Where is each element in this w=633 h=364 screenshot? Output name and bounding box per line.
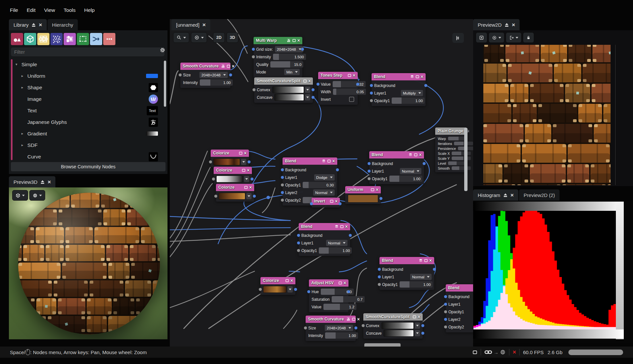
cube-icon[interactable]	[24, 33, 36, 45]
input-port[interactable]	[281, 183, 284, 186]
window-icon[interactable]	[340, 225, 344, 229]
gradient-dropdown[interactable]	[415, 322, 420, 329]
close-icon[interactable]: ×	[357, 317, 360, 322]
node-blend-3[interactable]: Blend×BackgroundLayer1NormalOpacity11.00	[369, 151, 424, 184]
window-icon[interactable]	[414, 153, 418, 157]
slider-Value[interactable]: 0.32	[333, 81, 366, 87]
input-port[interactable]	[368, 162, 371, 165]
dropdown-Layer1[interactable]: Normal	[326, 240, 347, 246]
node-smooth-curvature-split-1[interactable]: SmoothCurvatureSplit×ConvexConcave	[254, 77, 313, 103]
preview3d-environment-button[interactable]	[29, 190, 45, 201]
error-x-icon[interactable]: ×	[513, 349, 516, 356]
window-icon[interactable]	[244, 185, 248, 189]
gradient-dropdown[interactable]	[246, 193, 252, 199]
input-port[interactable]	[252, 55, 255, 58]
close-icon[interactable]: ×	[345, 224, 348, 229]
close-icon[interactable]: ×	[232, 64, 234, 69]
color-swatch[interactable]	[348, 195, 378, 203]
slider-Iterations[interactable]	[454, 142, 473, 145]
tree-item-japanese-glyphs[interactable]: Japanese Glyphs	[13, 116, 165, 128]
tab-hierarchy[interactable]: Hierarchy	[47, 19, 78, 30]
slider-Scale X[interactable]	[452, 152, 471, 155]
close-icon[interactable]: ×	[39, 22, 42, 28]
tree-item-simple[interactable]: ▾Simple	[13, 59, 165, 70]
bars-icon[interactable]	[287, 39, 291, 42]
dropdown-Grid size:[interactable]: 2048×2048	[275, 46, 303, 52]
slider-Opacity1[interactable]: 0.30	[303, 182, 336, 188]
output-port[interactable]	[354, 326, 357, 329]
slider-Intensity[interactable]: 1.00	[325, 332, 358, 339]
close-icon[interactable]: ×	[419, 153, 422, 157]
slider-Scale Y[interactable]	[452, 156, 471, 160]
window-icon[interactable]	[347, 73, 351, 77]
input-port[interactable]	[378, 275, 381, 278]
output-port[interactable]	[424, 84, 427, 87]
window-icon[interactable]	[415, 75, 419, 79]
window-icon[interactable]	[330, 199, 334, 203]
sliders-icon[interactable]	[64, 33, 76, 45]
chevron-right-icon[interactable]: ▸	[21, 74, 26, 78]
close-icon[interactable]: ×	[510, 192, 514, 198]
output-port[interactable]	[253, 195, 256, 198]
output-port[interactable]	[312, 88, 315, 91]
menu-help[interactable]: Help	[84, 7, 95, 13]
window-icon[interactable]	[327, 159, 331, 163]
tree-item-uniform[interactable]: ▸Uniform	[13, 70, 165, 82]
input-port[interactable]	[444, 310, 447, 313]
menu-tools[interactable]: Tools	[64, 7, 75, 13]
tab-preview2d-2[interactable]: Preview2D (2)	[519, 189, 559, 201]
tree-item-sdf[interactable]: ▸SDF	[13, 139, 165, 151]
clipped-node-header[interactable]	[364, 343, 401, 347]
menu-edit[interactable]: Edit	[27, 7, 36, 13]
input-port[interactable]	[304, 326, 307, 329]
slider-Opacity1[interactable]: 1.00	[389, 176, 422, 182]
tab-preview3d[interactable]: Preview3D ×	[9, 176, 55, 187]
slider-Quality[interactable]: 15.0	[270, 61, 303, 68]
slider-Smooth[interactable]	[452, 166, 471, 170]
gradient-dropdown[interactable]	[244, 176, 249, 182]
node-blend-1[interactable]: Blend×BackgroundLayer1MultiplyOpacity11.…	[372, 73, 426, 106]
preview2d-fit-button[interactable]	[476, 32, 487, 43]
library-scrollbar[interactable]	[164, 61, 166, 107]
window-icon[interactable]	[424, 259, 428, 263]
input-port[interactable]	[179, 73, 182, 76]
layers-icon[interactable]	[419, 259, 423, 263]
node-multi-warp[interactable]: Multi Warp×Grid size:2048×2048Intensity1…	[254, 37, 302, 77]
bricks-icon[interactable]	[37, 33, 49, 45]
chevron-down-icon[interactable]: ▾	[15, 62, 20, 67]
output-port[interactable]	[312, 96, 315, 99]
input-port[interactable]	[252, 48, 255, 51]
node-blend-4[interactable]: Blend×BackgroundLayer1NormalOpacity11.00	[299, 223, 350, 256]
dropdown-Layer1[interactable]: Normal	[400, 168, 421, 174]
eject-icon[interactable]	[41, 180, 45, 184]
output-port[interactable]	[248, 160, 251, 163]
gear-icon[interactable]	[160, 47, 166, 54]
input-port[interactable]	[444, 295, 447, 298]
dropdown-Layer1[interactable]: Multiply	[401, 90, 423, 96]
node-invert[interactable]: Invert×	[312, 198, 340, 208]
link-icon[interactable]	[484, 348, 492, 356]
close-icon[interactable]: ×	[376, 187, 378, 192]
preview2d-export-button[interactable]	[506, 32, 522, 43]
gradient-editor[interactable]	[381, 322, 414, 329]
tree-item-text[interactable]: TextText	[13, 105, 165, 116]
node-colorize-4[interactable]: Colorize×	[260, 277, 295, 295]
close-icon[interactable]: ×	[308, 79, 311, 83]
globe-icon[interactable]	[500, 349, 506, 355]
tree-item-curve[interactable]: Curve	[13, 151, 165, 162]
gradient-editor[interactable]	[274, 94, 304, 101]
noise-icon[interactable]	[50, 33, 63, 45]
output-port[interactable]	[301, 48, 304, 51]
gradient-editor[interactable]	[216, 176, 243, 182]
input-port[interactable]	[370, 84, 373, 87]
preview2d-texture[interactable]	[483, 45, 611, 185]
gradient-dropdown[interactable]	[305, 94, 310, 100]
output-port[interactable]	[379, 197, 382, 200]
preview3d-viewport[interactable]	[9, 187, 167, 339]
input-port[interactable]	[297, 241, 300, 244]
preview2d-view-button[interactable]	[489, 32, 504, 43]
preview2d-lock-button[interactable]	[523, 32, 534, 43]
input-port[interactable]	[368, 170, 371, 173]
layers-icon[interactable]	[410, 75, 414, 79]
input-port[interactable]	[370, 92, 373, 95]
